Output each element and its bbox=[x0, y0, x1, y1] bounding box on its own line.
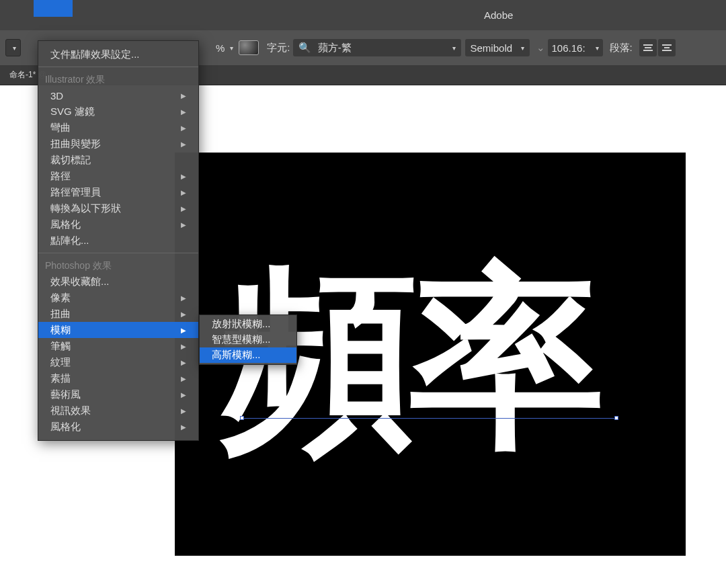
font-family-select[interactable]: 🔍 蘋方-繁 ▾ bbox=[293, 39, 461, 56]
submenu-arrow-icon: ▶ bbox=[181, 423, 186, 431]
font-size-value: 106.16: bbox=[552, 42, 586, 54]
submenu-arrow-icon: ▶ bbox=[181, 221, 186, 228]
menu-item[interactable]: 紋理▶ bbox=[38, 354, 198, 370]
menu-item[interactable]: 扭曲與變形▶ bbox=[38, 136, 198, 152]
menu-item-label: 路徑 bbox=[50, 170, 71, 183]
menu-item-label: 像素 bbox=[50, 292, 71, 304]
font-name-value: 蘋方-繁 bbox=[318, 42, 352, 53]
align-center-button[interactable] bbox=[658, 39, 676, 56]
menu-item-label: 路徑管理員 bbox=[50, 186, 101, 199]
submenu-arrow-icon: ▶ bbox=[181, 92, 186, 99]
menu-item[interactable]: 點陣化... bbox=[38, 233, 198, 249]
menu-item[interactable]: 素描▶ bbox=[38, 370, 198, 386]
menu-item[interactable]: 路徑▶ bbox=[38, 168, 198, 184]
submenu-arrow-icon: ▶ bbox=[181, 140, 186, 148]
menu-item-label: 素描 bbox=[50, 372, 71, 385]
submenu-arrow-icon: ▶ bbox=[181, 407, 186, 415]
menu-item-label: 筆觸 bbox=[50, 340, 71, 353]
submenu-arrow-icon: ▶ bbox=[181, 294, 186, 302]
menu-item-label: 風格化 bbox=[50, 218, 81, 231]
menu-item[interactable]: 視訊效果▶ bbox=[38, 403, 198, 419]
submenu-item-label: 智慧型模糊... bbox=[212, 333, 271, 346]
character-style-dropdown[interactable]: ▾ bbox=[5, 39, 21, 56]
menu-item[interactable]: 彎曲▶ bbox=[38, 120, 198, 136]
menu-item[interactable]: 裁切標記 bbox=[38, 152, 198, 168]
menu-item-label: 模糊 bbox=[50, 324, 71, 337]
selection-handle[interactable] bbox=[614, 416, 618, 420]
menu-item[interactable]: 風格化▶ bbox=[38, 216, 198, 233]
text-baseline-indicator bbox=[242, 418, 615, 419]
menu-item[interactable]: 效果收藏館... bbox=[38, 274, 198, 290]
chevron-down-icon: ▾ bbox=[13, 44, 16, 52]
submenu-arrow-icon: ▶ bbox=[181, 173, 186, 180]
font-weight-value: Semibold bbox=[471, 42, 513, 54]
blur-submenu: 放射狀模糊...智慧型模糊...高斯模糊... bbox=[199, 314, 297, 365]
menu-item[interactable]: 轉換為以下形狀▶ bbox=[38, 200, 198, 216]
menu-section-photoshop: Photoshop 效果 bbox=[38, 257, 198, 274]
submenu-arrow-icon: ▶ bbox=[181, 124, 186, 132]
menu-item[interactable]: 像素▶ bbox=[38, 290, 198, 306]
paragraph-label: 段落: bbox=[610, 42, 633, 54]
submenu-arrow-icon: ▶ bbox=[181, 310, 186, 318]
chevron-down-icon[interactable]: ▾ bbox=[230, 44, 233, 52]
menu-item-label: 彎曲 bbox=[50, 122, 71, 134]
menu-item-label: 3D bbox=[50, 90, 63, 101]
menu-item-label: 視訊效果 bbox=[50, 405, 91, 417]
submenu-arrow-icon: ▶ bbox=[181, 359, 186, 366]
align-left-button[interactable] bbox=[639, 39, 657, 56]
menu-item[interactable]: 模糊▶ bbox=[38, 322, 198, 338]
font-size-caret: ⌄ bbox=[536, 42, 545, 54]
menu-section-illustrator: Illustrator 效果 bbox=[38, 71, 198, 87]
submenu-item[interactable]: 高斯模糊... bbox=[200, 347, 296, 363]
submenu-arrow-icon: ▶ bbox=[181, 375, 186, 382]
title-bar: Adobe bbox=[0, 0, 726, 30]
menu-item[interactable]: SVG 濾鏡▶ bbox=[38, 103, 198, 120]
menu-item-label: 效果收藏館... bbox=[50, 276, 110, 288]
percent-label: % bbox=[216, 42, 225, 54]
submenu-arrow-icon: ▶ bbox=[181, 108, 186, 116]
fill-swatch[interactable] bbox=[239, 40, 259, 55]
submenu-item[interactable]: 智慧型模糊... bbox=[200, 332, 296, 347]
submenu-arrow-icon: ▶ bbox=[181, 327, 186, 334]
font-size-input[interactable]: 106.16: ▾ bbox=[548, 39, 603, 56]
submenu-arrow-icon: ▶ bbox=[181, 205, 186, 212]
menu-item[interactable]: 藝術風▶ bbox=[38, 386, 198, 403]
chevron-down-icon: ▾ bbox=[596, 44, 599, 52]
effects-menu: 文件點陣效果設定... Illustrator 效果 3D▶SVG 濾鏡▶彎曲▶… bbox=[38, 40, 199, 441]
menu-item-label: 扭曲 bbox=[50, 308, 71, 321]
app-name: Adobe bbox=[484, 9, 513, 21]
submenu-arrow-icon: ▶ bbox=[181, 343, 186, 350]
submenu-item-label: 放射狀模糊... bbox=[212, 318, 271, 331]
menu-item[interactable]: 扭曲▶ bbox=[38, 306, 198, 322]
submenu-arrow-icon: ▶ bbox=[181, 189, 186, 196]
menu-separator bbox=[38, 67, 198, 67]
menu-bar-active-item[interactable] bbox=[34, 0, 73, 17]
font-weight-select[interactable]: Semibold ▾ bbox=[465, 39, 530, 56]
menu-separator bbox=[38, 253, 198, 253]
menu-item-label: 轉換為以下形狀 bbox=[50, 202, 121, 215]
menu-item-label: 點陣化... bbox=[50, 235, 89, 247]
search-icon: 🔍 bbox=[298, 42, 311, 53]
menu-item-label: 藝術風 bbox=[50, 388, 81, 401]
menu-item-label: SVG 濾鏡 bbox=[50, 106, 95, 118]
menu-item[interactable]: 筆觸▶ bbox=[38, 338, 198, 354]
menu-item[interactable]: 風格化▶ bbox=[38, 419, 198, 435]
selection-handle[interactable] bbox=[240, 416, 244, 420]
menu-item[interactable]: 3D▶ bbox=[38, 87, 198, 103]
menu-item-label: 裁切標記 bbox=[50, 154, 91, 167]
menu-item[interactable]: 路徑管理員▶ bbox=[38, 184, 198, 200]
submenu-arrow-icon: ▶ bbox=[181, 391, 186, 398]
menu-item-label: 扭曲與變形 bbox=[50, 138, 101, 151]
submenu-item[interactable]: 放射狀模糊... bbox=[200, 317, 296, 332]
chevron-down-icon: ▾ bbox=[521, 44, 524, 52]
submenu-item-label: 高斯模糊... bbox=[212, 349, 261, 362]
menu-item-label: 風格化 bbox=[50, 421, 81, 433]
character-label: 字元: bbox=[267, 42, 290, 54]
menu-item-label: 紋理 bbox=[50, 356, 71, 369]
menu-item-raster-settings[interactable]: 文件點陣效果設定... bbox=[38, 46, 198, 62]
chevron-down-icon: ▾ bbox=[452, 44, 456, 52]
